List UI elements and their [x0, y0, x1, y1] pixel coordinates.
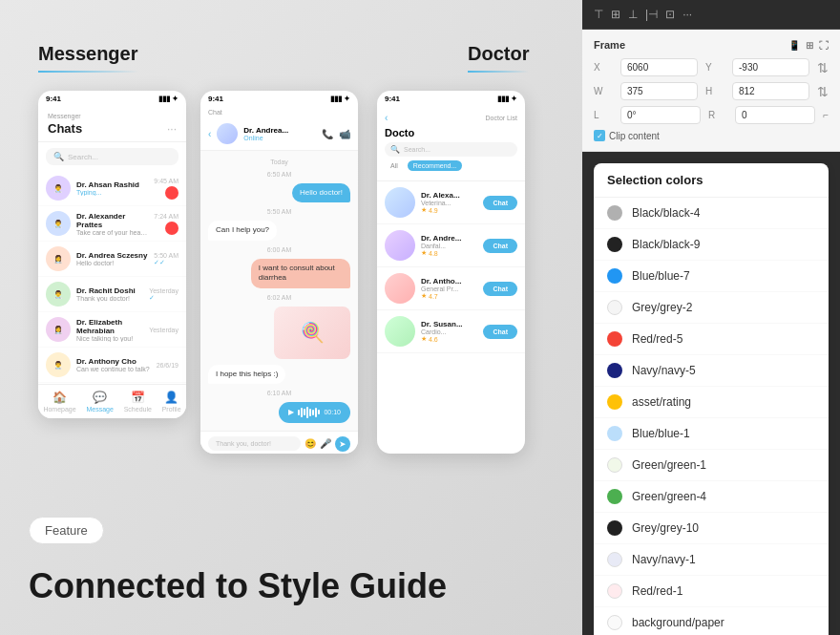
- color-item[interactable]: Black/black-4: [594, 198, 829, 229]
- doctor-title-row: ‹ Doctor List: [385, 113, 517, 123]
- doctor-app-label: Doctor List: [486, 115, 517, 121]
- star-icon: ★: [421, 292, 427, 300]
- chat-app-label: Chat: [200, 107, 358, 117]
- color-swatch: [607, 457, 622, 473]
- l-value[interactable]: 0°: [620, 106, 701, 124]
- color-item[interactable]: Grey/grey-2: [594, 292, 829, 324]
- doctor-card[interactable]: Dr. Antho... General Pr... ★ 4.7 Chat: [377, 267, 525, 310]
- nav-schedule[interactable]: 📅 Schedule: [124, 391, 152, 413]
- h-value[interactable]: 812: [732, 82, 809, 100]
- doctor-card[interactable]: Dr. Susan... Cardio... ★ 4.6 Chat: [377, 310, 525, 353]
- call-icon[interactable]: 📞: [322, 129, 333, 139]
- chat-search[interactable]: 🔍 Search...: [46, 148, 178, 165]
- chat-status-bar: 9:41 ▮▮▮ ✦: [200, 91, 358, 107]
- mic-icon[interactable]: 🎤: [320, 438, 331, 449]
- chat-button[interactable]: Chat: [483, 282, 517, 296]
- align-middle-icon[interactable]: ⊞: [611, 8, 620, 21]
- chat-button[interactable]: Chat: [483, 239, 517, 253]
- time-label: 5:50 AM: [208, 208, 350, 215]
- color-swatch: [607, 300, 622, 315]
- color-item[interactable]: Green/green-4: [594, 481, 829, 513]
- nav-homepage[interactable]: 🏠 Homepage: [43, 391, 75, 413]
- color-item[interactable]: Navy/navy-1: [594, 544, 829, 576]
- chat-button[interactable]: Chat: [483, 196, 517, 210]
- message-bubble: Hello doctor!: [292, 183, 350, 202]
- doctor-status-bar: 9:41 ▮▮▮ ✦: [377, 91, 525, 107]
- color-item[interactable]: background/paper: [594, 607, 829, 635]
- chat-input[interactable]: Thank you, doctor!: [208, 436, 301, 451]
- color-item[interactable]: Green/green-1: [594, 450, 829, 481]
- list-item[interactable]: 👨‍⚕️ Dr. Anthony Cho Can we continue to …: [38, 348, 186, 383]
- nav-profile[interactable]: 👤 Profile: [162, 391, 181, 413]
- frame-label: Frame 📱 ⊞ ⛶: [594, 39, 829, 51]
- phone-icon[interactable]: 📱: [788, 40, 800, 51]
- align-bottom-icon[interactable]: ⊥: [628, 8, 638, 21]
- emoji-icon[interactable]: 😊: [304, 438, 316, 449]
- send-icon[interactable]: ➤: [335, 436, 350, 452]
- panel-toolbar: ⊤ ⊞ ⊥ |⊣ ⊡ ···: [582, 0, 840, 30]
- chat-input-area: Thank you, doctor! 😊 🎤 ➤: [200, 431, 358, 454]
- main-area: Messenger Doctor 9:41 ▮▮▮ ✦ Messenger Ch…: [0, 0, 840, 635]
- filter-tab-recommend[interactable]: Recommend...: [408, 160, 463, 171]
- color-item[interactable]: Navy/navy-5: [594, 355, 829, 387]
- expand-icon[interactable]: ⊞: [806, 40, 813, 51]
- avatar: 👨‍⚕️: [46, 352, 71, 377]
- back-icon[interactable]: ‹: [208, 129, 211, 139]
- back-icon[interactable]: ‹: [385, 113, 388, 123]
- avatar: 👩‍⚕️: [46, 317, 71, 342]
- list-item[interactable]: 👩‍⚕️ Dr. Elizabeth Mehrabian Nice talkin…: [38, 312, 186, 348]
- y-value[interactable]: -930: [732, 58, 809, 76]
- list-item[interactable]: 👩‍⚕️ Dr. Andrea Sczesny Hello doctor! 5:…: [38, 242, 186, 277]
- chat-contact-info: Dr. Andrea... Online: [243, 126, 316, 141]
- video-icon[interactable]: 📹: [339, 129, 350, 139]
- clip-content-checkbox[interactable]: ✓ Clip content: [594, 130, 829, 141]
- color-item[interactable]: Red/red-5: [594, 324, 829, 355]
- x-value[interactable]: 6060: [620, 58, 698, 76]
- w-value[interactable]: 375: [620, 82, 698, 100]
- color-item[interactable]: Red/red-1: [594, 576, 829, 607]
- star-icon: ★: [421, 206, 427, 214]
- resize-icon: ⇅: [817, 60, 829, 75]
- chat-info: Dr. Rachit Doshi Thank you doctor!: [76, 286, 143, 302]
- color-item[interactable]: Black/black-9: [594, 229, 829, 261]
- color-swatch: [607, 268, 622, 284]
- chat-avatar: [217, 123, 238, 144]
- full-icon[interactable]: ⛶: [819, 40, 829, 51]
- time-label: 6:50 AM: [208, 171, 350, 178]
- doctor-search[interactable]: 🔍 Search...: [385, 142, 517, 157]
- more-icon[interactable]: ···: [167, 122, 177, 136]
- nav-message[interactable]: 💬 Message: [86, 391, 113, 413]
- list-item[interactable]: 👨‍⚕️ Dr. Alexander Prattes Take care of …: [38, 206, 186, 242]
- list-item[interactable]: 👨‍⚕️ Dr. Rachit Doshi Thank you doctor! …: [38, 277, 186, 312]
- feature-badge: Feature: [29, 517, 104, 544]
- search-icon: 🔍: [53, 152, 64, 161]
- r-value[interactable]: 0: [735, 106, 815, 124]
- align-top-icon[interactable]: ⊤: [594, 8, 603, 21]
- doctor-info: Dr. Antho... General Pr... ★ 4.7: [421, 277, 477, 300]
- color-swatch: [607, 583, 622, 599]
- doctor-card[interactable]: Dr. Alexa... Veterina... ★ 4.9 Chat: [377, 181, 525, 224]
- distribute-icon[interactable]: ⊡: [665, 8, 675, 21]
- chat-phone: 9:41 ▮▮▮ ✦ Chat ‹ Dr. Andrea... Online 📞…: [200, 91, 358, 454]
- color-item[interactable]: Grey/grey-10: [594, 513, 829, 544]
- align-left-icon[interactable]: |⊣: [645, 8, 658, 21]
- list-item[interactable]: 👨‍⚕️ Dr. Ahsan Rashid Typing... 9:45 AM: [38, 171, 186, 206]
- messenger-title-row: Chats ···: [48, 121, 177, 136]
- link-icon: ⇅: [817, 84, 829, 99]
- selection-colors-container: Selection colors Black/black-4 Black/bla…: [582, 152, 840, 635]
- doctor-phone: 9:41 ▮▮▮ ✦ ‹ Doctor List Docto 🔍 Search.…: [377, 91, 525, 454]
- chat-info: Dr. Andrea Sczesny Hello doctor!: [76, 251, 148, 266]
- chat-info: Dr. Anthony Cho Can we continue to talk?: [76, 357, 151, 372]
- messenger-content: 9:41 ▮▮▮ ✦ Messenger Chats ··· 🔍 Search.…: [38, 91, 186, 418]
- time-label: 6:00 AM: [208, 246, 350, 253]
- filter-tab-all[interactable]: All: [385, 160, 404, 171]
- color-swatch: [607, 552, 622, 567]
- chat-button[interactable]: Chat: [483, 325, 517, 339]
- color-item[interactable]: asset/rating: [594, 387, 829, 418]
- color-swatch: [607, 363, 622, 378]
- more-icon[interactable]: ···: [682, 8, 692, 21]
- doctor-info: Dr. Susan... Cardio... ★ 4.6: [421, 320, 477, 343]
- color-item[interactable]: Blue/blue-1: [594, 418, 829, 450]
- color-item[interactable]: Blue/blue-7: [594, 261, 829, 292]
- doctor-card[interactable]: Dr. Andre... Danfal... ★ 4.8 Chat: [377, 224, 525, 267]
